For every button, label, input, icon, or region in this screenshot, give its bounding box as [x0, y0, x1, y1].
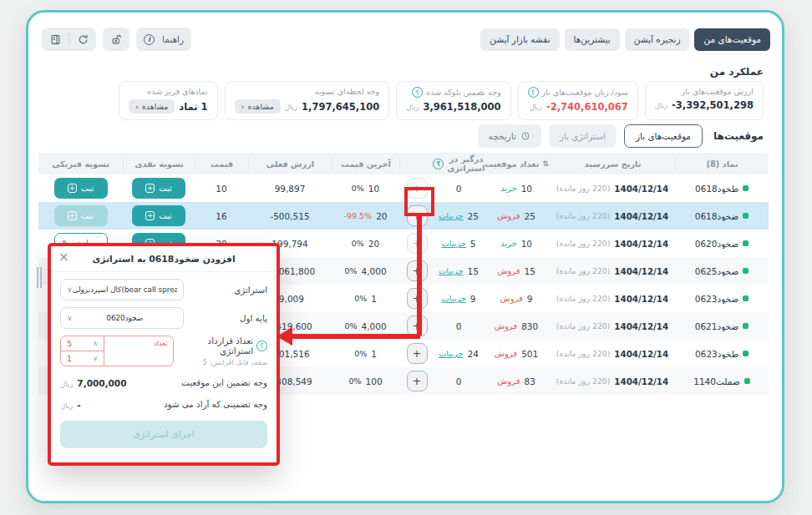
cell-position-count: 10خرید [483, 239, 550, 249]
highlight-plus-annotation [404, 187, 434, 216]
cell-last-price: 1000% [332, 376, 399, 386]
annotation-arrow-vertical [417, 216, 422, 336]
stepper-up-button[interactable]: 5 ∧ [61, 336, 104, 351]
positions-title: موقعیت‌ها [713, 130, 764, 142]
cell-symbol: طخود0623 [675, 349, 769, 359]
cell-symbol: طخود0618 [675, 184, 769, 194]
column-header-4 [399, 157, 434, 170]
annotation-arrow-horizontal [291, 334, 420, 339]
lock-button[interactable] [103, 28, 129, 51]
cell-symbol: ضملت1140 [675, 376, 769, 386]
cell-last-price: 4,0000% [332, 266, 399, 276]
column-header-6: ارزش فعلی [248, 157, 332, 170]
cell-expiry-date: 1404/12/14(220 روز مانده) [550, 294, 675, 304]
table-header: نماد (8)تاریخ سررسید⇅تعداد موقعیتدرگیر د… [38, 153, 769, 174]
cell-expiry-date: 1404/12/14(220 روز مانده) [550, 184, 675, 194]
base-leg-select[interactable]: ∨ ضخود0620 [60, 307, 184, 329]
history-icon [520, 131, 530, 141]
main-tabs: موقعیت‌های منزنجیره آپشنبیشترین‌هانقشه ب… [480, 28, 770, 51]
column-header-3: درگیر در استراتژی؟ [434, 157, 483, 170]
execute-strategy-button[interactable]: اجرای استراتژی [60, 421, 267, 448]
history-filter[interactable]: تاریخچه [478, 124, 541, 148]
column-header-1: تاریخ سررسید [550, 157, 675, 170]
cell-last-price: 4,0000% [332, 321, 399, 331]
cell-in-strategy: 0 [434, 184, 483, 194]
cell-position-count: 830فروش [483, 321, 550, 331]
cell-in-strategy: 15جزییات [434, 266, 483, 276]
cell-in-strategy: 24جزییات [434, 349, 483, 359]
cell-position-count: 9فروش [483, 294, 550, 304]
cell-in-strategy: 5جزییات [434, 239, 483, 249]
cell-expiry-date: 1404/12/14(220 روز مانده) [550, 239, 675, 249]
help-icon[interactable]: ؟ [256, 341, 267, 351]
tab-3[interactable]: نقشه بازار آپشن [480, 28, 559, 51]
released-margin-value: - ریال [60, 396, 81, 411]
cell-in-strategy: 0 [434, 321, 483, 331]
register-settlement-button[interactable]: ثبت+ [132, 205, 185, 226]
plus-icon: + [145, 184, 155, 193]
column-header-5: آخرین قیمت [332, 157, 399, 170]
chevron-down-icon: ∨ [93, 355, 98, 362]
strategy-label: استراتژی [234, 285, 267, 295]
help-icon[interactable]: ؟ [412, 87, 423, 98]
cell-position-count: 10خرید [483, 184, 550, 194]
stepper-down-button[interactable]: 1 ∨ [61, 351, 104, 366]
help-icon[interactable]: ؟ [528, 87, 539, 98]
guide-button[interactable]: i راهنما [136, 28, 191, 51]
cell-symbol: ضخود0625 [675, 266, 769, 276]
add-to-strategy-button[interactable]: + [407, 371, 428, 391]
symbol-status-dot [743, 213, 749, 219]
modal-header: × افزودن ضخود0618 به استراتژی [51, 246, 277, 272]
count-input[interactable]: تعداد [104, 336, 173, 366]
symbol-status-dot [743, 323, 749, 329]
close-icon[interactable]: × [58, 250, 69, 265]
stat-value: 1,797,645,100 [302, 101, 379, 113]
stat-card-1: سود/ زیان موقعیت‌های باز؟-2,740,610,067ر… [518, 81, 638, 120]
released-margin-label: وجه تضمینی که آزاد می شود [164, 399, 267, 409]
modal-title: افزودن ضخود0618 به استراتژی [92, 254, 235, 265]
chevron-down-icon: ∨ [67, 285, 73, 294]
stat-card-3: وجه لحظه‌ای تسویه1,797,645,100ریالمشاهده… [225, 81, 390, 120]
details-link[interactable]: جزییات [439, 211, 463, 220]
open-positions-filter[interactable]: موقعیت‌های باز [624, 124, 703, 148]
cell-add-to-strategy: + [399, 343, 434, 364]
cell-position-count: 501فروش [483, 349, 550, 359]
guide-label: راهنما [162, 34, 184, 44]
scroll-grip[interactable] [37, 267, 42, 288]
details-link[interactable]: جزییات [439, 349, 463, 358]
tab-2[interactable]: بیشترین‌ها [565, 28, 620, 51]
cell-cash-settlement: ثبت+ [123, 205, 195, 226]
table-row-ضخود0618: ضخود06181404/12/14(220 روز مانده)25فروش2… [38, 202, 769, 230]
symbol-status-dot [743, 351, 749, 356]
details-link[interactable]: جزییات [439, 266, 463, 275]
open-strategy-filter[interactable]: استراتژی باز [549, 124, 617, 148]
cell-in-strategy: 25جزییات [434, 211, 483, 221]
cell-price: 10 [195, 184, 248, 194]
help-icon[interactable]: ؟ [433, 159, 444, 169]
see-button[interactable]: مشاهده‹ [235, 99, 281, 114]
journal-icon[interactable] [49, 33, 61, 45]
details-link[interactable]: جزییات [441, 239, 465, 248]
register-settlement-button[interactable]: ثبت+ [132, 178, 185, 199]
tab-0[interactable]: موقعیت‌های من [694, 28, 770, 51]
cell-last-price: 200% [332, 239, 399, 249]
see-button[interactable]: مشاهده‹ [129, 99, 175, 114]
unlock-icon [110, 33, 122, 45]
column-header-8: تسویه نقدی [123, 157, 195, 170]
add-to-strategy-button[interactable]: + [407, 343, 428, 364]
refresh-icon[interactable] [77, 33, 89, 45]
performance-title: عملکرد من [710, 66, 764, 78]
details-link[interactable]: جزییات [441, 294, 465, 303]
contract-count-stepper[interactable]: 5 ∧ 1 ∨ تعداد [60, 336, 174, 366]
strategy-select[interactable]: ∨ کال اسپردنزولی(bear call spread) [60, 279, 184, 300]
sort-icon[interactable]: ⇅ [542, 159, 549, 168]
cell-current-value: -500,515 [248, 211, 332, 221]
cell-symbol: ضخود0620 [675, 239, 769, 249]
cell-in-strategy: 0 [434, 376, 483, 386]
tab-1[interactable]: زنجیره آپشن [625, 28, 690, 51]
cell-current-value: 99,897 [248, 184, 332, 194]
add-strategy-modal: × افزودن ضخود0618 به استراتژی استراتژی ∨… [48, 243, 280, 466]
register-settlement-button[interactable]: ثبت+ [54, 178, 108, 199]
cell-last-price: 20-99.5% [332, 211, 399, 221]
register-settlement-button[interactable]: ثبت+ [54, 205, 108, 226]
